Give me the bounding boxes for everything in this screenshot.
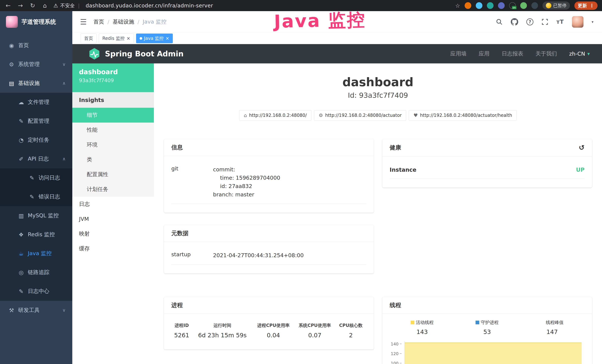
health-instance-row[interactable]: Instance UP <box>390 158 585 179</box>
extension-icon[interactable] <box>520 2 527 9</box>
tab-java-monitor[interactable]: Java 监控 × <box>136 33 173 43</box>
home-icon[interactable]: ⌂ <box>41 2 49 9</box>
caret-down-icon[interactable]: ▾ <box>592 20 593 24</box>
nav-applications[interactable]: 应用 <box>479 50 489 57</box>
legend-value: 143 <box>390 328 455 335</box>
home-icon: ⌂ <box>244 113 247 118</box>
breadcrumb-item[interactable]: 首页 <box>93 18 104 26</box>
breadcrumb-item[interactable]: 基础设施 <box>113 18 134 26</box>
service-url-link[interactable]: ⌂ http://192.168.0.2:48080/ <box>239 110 312 120</box>
monitor-icon: ▤ <box>7 80 16 86</box>
fullscreen-icon[interactable] <box>542 19 548 25</box>
font-size-icon[interactable]: тT <box>556 19 564 25</box>
sidebar-item-system[interactable]: ⚙ 系统管理 ∨ <box>0 55 72 74</box>
sidebar-item-jobs[interactable]: ◔ 定时任务 <box>0 130 72 150</box>
back-icon[interactable]: ← <box>4 2 12 9</box>
sidebar-item-java[interactable]: ☕ Java 监控 <box>0 244 72 263</box>
sba-menu-mappings[interactable]: 映射 <box>72 226 154 241</box>
legend-daemon-threads: 守护进程 53 <box>455 320 520 335</box>
bookmark-star-icon[interactable]: ☆ <box>455 2 460 9</box>
nav-about[interactable]: 关于我们 <box>536 50 557 57</box>
sba-menu-loggers[interactable]: 日志 <box>72 197 154 212</box>
trace-icon: ◎ <box>17 269 25 276</box>
sba-brand[interactable]: Spring Boot Admin <box>88 48 183 60</box>
chevron-up-icon: ∧ <box>62 81 66 86</box>
sba-menu-classes[interactable]: 类 <box>72 152 154 167</box>
sidebar-item-access-logs[interactable]: ✎ 访问日志 <box>0 168 72 187</box>
header-actions: ? тT ▾ <box>496 16 593 28</box>
actuator-url-link[interactable]: ⚙ http://192.168.0.2:48080/actuator <box>314 110 406 120</box>
threads-card: 线程 活动线程 143 <box>382 297 592 364</box>
paused-label: 已暂停 <box>553 3 567 9</box>
sidebar-item-home[interactable]: ◉ 首页 <box>0 36 72 55</box>
github-icon[interactable] <box>511 18 518 26</box>
help-icon[interactable]: ? <box>526 18 533 25</box>
health-card: 健康 ↺ Instance UP <box>382 139 592 188</box>
sidebar-item-error-logs[interactable]: ✎ 错误日志 <box>0 187 72 206</box>
threads-chart-plot <box>405 341 582 364</box>
insights-section-label: Insights <box>72 92 154 108</box>
extension-icon[interactable] <box>476 2 483 9</box>
sba-menu-environment[interactable]: 环境 <box>72 137 154 152</box>
sidebar-item-log-center[interactable]: ✎ 日志中心 <box>0 282 72 301</box>
extension-icon[interactable]: on <box>509 2 516 9</box>
extension-icon[interactable] <box>498 2 505 9</box>
instance-id-subtitle: Id: 93a3fc7f7409 <box>154 91 602 99</box>
process-col-header: 系统CPU使用率 <box>294 319 335 330</box>
chevron-down-icon: ∨ <box>62 62 66 67</box>
nav-wallboard[interactable]: 应用墙 <box>450 50 466 57</box>
close-icon[interactable]: × <box>127 36 130 41</box>
sidebar-item-infrastructure[interactable]: ▤ 基础设施 ∧ <box>0 74 72 93</box>
forward-icon[interactable]: → <box>17 2 24 9</box>
user-avatar[interactable] <box>572 16 583 28</box>
tab-redis-monitor[interactable]: Redis 监控 × <box>99 33 134 43</box>
legend-value: 53 <box>455 328 520 335</box>
address-bar[interactable]: dashboard.yudao.iocoder.cn/infra/admin-s… <box>86 3 213 9</box>
process-card-title: 进程 <box>164 297 374 314</box>
instance-header[interactable]: dashboard 93a3fc7f7409 <box>72 64 154 92</box>
threads-legend: 活动线程 143 守护进程 53 <box>390 320 585 335</box>
legend-active-threads: 活动线程 143 <box>390 320 455 335</box>
sidebar-item-tracing[interactable]: ◎ 链路追踪 <box>0 263 72 282</box>
nav-journal[interactable]: 日志报表 <box>502 50 523 57</box>
sba-menu-performance[interactable]: 性能 <box>72 123 154 137</box>
sidebar-item-files[interactable]: ☁ 文件管理 <box>0 93 72 112</box>
site-security-chip[interactable]: ⚠ 不安全 | <box>54 2 81 9</box>
instance-id: 93a3fc7f7409 <box>79 77 147 83</box>
chrome-update-button[interactable]: 更新 ⋮ <box>574 1 598 10</box>
sba-menu-details[interactable]: 细节 <box>72 108 154 123</box>
sba-nav: 应用墙 应用 日志报表 关于我们 zh-CN ▾ <box>450 50 590 57</box>
sba-menu-properties[interactable]: 配置属性 <box>72 167 154 182</box>
collapse-sidebar-icon[interactable]: ☰ <box>80 18 87 26</box>
kebab-menu-icon[interactable]: ⋮ <box>590 3 594 8</box>
sidebar-item-redis[interactable]: ❖ Redis 监控 <box>0 225 72 244</box>
extension-icon[interactable] <box>465 2 471 9</box>
health-url-link[interactable]: ♥ http://192.168.0.2:48080/actuator/heal… <box>409 110 517 120</box>
sba-menu-jvm[interactable]: JVM <box>72 212 154 226</box>
chevron-down-icon: ∨ <box>62 308 66 313</box>
tools-icon: ⚒ <box>7 307 16 314</box>
sidebar-item-mysql[interactable]: ▥ MySQL 监控 <box>0 206 72 225</box>
process-col-header: 进程CPU使用率 <box>253 319 294 330</box>
sba-body: dashboard 93a3fc7f7409 Insights 细节 性能 环境… <box>72 64 602 364</box>
reload-icon[interactable]: ↻ <box>29 2 36 9</box>
history-icon[interactable]: ↺ <box>579 143 585 152</box>
info-value: commit: time: 1596289704000 id: 27aa832 … <box>213 165 366 199</box>
close-icon[interactable]: × <box>166 36 169 41</box>
breadcrumb-separator: / <box>108 19 109 25</box>
info-card-title: 信息 <box>164 139 374 156</box>
sba-menu-scheduled-tasks[interactable]: 计划任务 <box>72 182 154 197</box>
sidebar-item-devtools[interactable]: ⚒ 研发工具 ∨ <box>0 301 72 320</box>
tab-home[interactable]: 首页 <box>81 33 97 43</box>
sidebar-item-api-logs[interactable]: ✐ API 日志 ∧ <box>0 150 72 168</box>
search-icon[interactable] <box>496 19 503 25</box>
sba-menu-caches[interactable]: 缓存 <box>72 241 154 256</box>
language-selector[interactable]: zh-CN ▾ <box>569 51 590 57</box>
app-logo-row[interactable]: 芋道管理系统 <box>0 11 72 33</box>
sidebar-item-config[interactable]: ✎ 配置管理 <box>0 112 72 130</box>
paused-extension-badge[interactable]: 已暂停 <box>542 1 570 10</box>
instance-links: ⌂ http://192.168.0.2:48080/ ⚙ http://192… <box>154 110 602 120</box>
extension-icon[interactable] <box>487 2 494 9</box>
extension-icon[interactable] <box>531 2 538 9</box>
timer-icon: ◔ <box>17 137 25 143</box>
